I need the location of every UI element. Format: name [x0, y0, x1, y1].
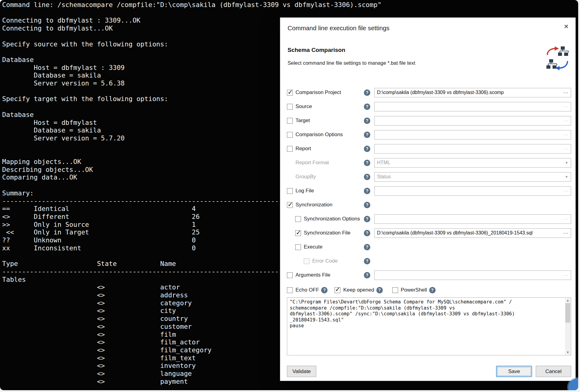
comparison-options-field: ... [374, 130, 571, 140]
echo-off-label: Echo OFF [295, 287, 319, 293]
scrollbar[interactable]: ▲ ▼ [565, 298, 571, 355]
settings-form: Comparison Project ? D:\comp\sakila (dbf… [287, 85, 571, 282]
browse-button[interactable]: ... [561, 187, 571, 194]
dialog-footer: Validate Save Cancel [287, 366, 571, 377]
help-icon[interactable]: ? [364, 103, 370, 110]
row-groupby: GroupBy ? Status ▼ [287, 170, 571, 184]
help-icon[interactable]: ? [364, 132, 370, 138]
synchronization-options-field: ... [374, 214, 571, 224]
command-line-settings-dialog: Command line execution file settings ✕ S… [280, 17, 576, 381]
synchronization-file-input[interactable]: D:\comp\sakila (dbfmylast-3309 vs dbfmyl… [375, 230, 561, 236]
help-icon[interactable]: ? [364, 89, 370, 96]
error-code-checkbox [304, 258, 310, 264]
source-field: ... [374, 102, 571, 111]
source-checkbox[interactable] [287, 104, 293, 110]
close-icon[interactable]: ✕ [561, 21, 572, 32]
groupby-dropdown[interactable]: Status ▼ [374, 172, 571, 182]
help-icon[interactable]: ? [321, 287, 328, 293]
synchronization-options-label: Synchronization Options [304, 216, 360, 222]
execute-label: Execute [304, 244, 322, 250]
comparison-project-field: D:\comp\sakila (dbfmylast-3309 vs dbfmyl… [374, 88, 571, 97]
browse-button[interactable]: ... [561, 145, 571, 152]
row-target: Target ? ... [287, 114, 571, 128]
validate-button[interactable]: Validate [287, 366, 316, 377]
browse-button[interactable]: ... [561, 271, 571, 279]
report-format-label: Report Format [295, 160, 329, 166]
synchronization-file-field: D:\comp\sakila (dbfmylast-3309 vs dbfmyl… [374, 228, 571, 238]
browse-button[interactable]: ... [561, 89, 571, 96]
target-checkbox[interactable] [287, 118, 293, 124]
scrollbar-thumb[interactable] [565, 303, 570, 323]
bat-file-text[interactable]: "C:\Program Files\Devart\dbForge Schema … [290, 299, 562, 329]
scroll-up-icon[interactable]: ▲ [565, 298, 571, 303]
groupby-label: GroupBy [295, 174, 316, 180]
report-format-value: HTML [375, 160, 562, 165]
log-file-checkbox[interactable] [287, 188, 293, 194]
row-synchronization-file: Synchronization File ? D:\comp\sakila (d… [295, 226, 571, 240]
row-comparison-options: Comparison Options ? ... [287, 128, 571, 142]
synchronization-file-checkbox[interactable] [295, 230, 301, 236]
dialog-title: Command line execution file settings [288, 24, 390, 32]
row-synchronization: Synchronization ? [287, 198, 571, 212]
cancel-button[interactable]: Cancel [536, 366, 571, 377]
help-icon[interactable]: ? [429, 287, 436, 293]
browse-button[interactable]: ... [561, 215, 571, 223]
help-icon[interactable]: ? [364, 244, 370, 250]
browse-button[interactable]: ... [561, 131, 571, 138]
help-icon[interactable]: ? [364, 258, 370, 264]
comparison-project-input[interactable]: D:\comp\sakila (dbfmylast-3309 vs dbfmyl… [375, 90, 561, 95]
target-label: Target [295, 118, 310, 124]
comparison-options-checkbox[interactable] [287, 132, 293, 138]
help-icon[interactable]: ? [364, 146, 370, 152]
synchronization-file-label: Synchronization File [304, 230, 350, 236]
chevron-down-icon: ▼ [562, 175, 571, 179]
chevron-down-icon: ▼ [562, 161, 571, 165]
row-report: Report ? ... [287, 142, 571, 156]
help-icon[interactable]: ? [364, 174, 370, 180]
help-icon[interactable]: ? [364, 188, 370, 194]
comparison-options-label: Comparison Options [295, 132, 343, 138]
help-icon[interactable]: ? [364, 230, 370, 236]
execute-checkbox[interactable] [295, 244, 301, 250]
save-button[interactable]: Save [496, 366, 532, 377]
help-icon[interactable]: ? [364, 272, 370, 278]
schema-comparison-icon [546, 46, 569, 71]
comparison-project-checkbox[interactable] [287, 90, 293, 96]
arguments-file-checkbox[interactable] [287, 272, 293, 278]
help-icon[interactable]: ? [376, 287, 383, 293]
help-icon[interactable]: ? [364, 118, 370, 124]
synchronization-checkbox[interactable] [287, 202, 293, 208]
comparison-project-label: Comparison Project [295, 89, 341, 96]
help-icon[interactable]: ? [364, 202, 370, 208]
report-checkbox[interactable] [287, 146, 293, 152]
groupby-value: Status [375, 174, 562, 180]
source-label: Source [295, 103, 312, 110]
row-report-format: Report Format ? HTML ▼ [287, 156, 571, 170]
keep-opened-label: Keep opened [343, 287, 374, 293]
row-execute: Execute ? [295, 240, 571, 254]
echo-off-checkbox[interactable] [287, 287, 293, 293]
arguments-file-label: Arguments File [295, 272, 330, 278]
schema-comparison-heading: Schema Comparison [288, 47, 415, 53]
row-synchronization-options: Synchronization Options ? ... [295, 212, 571, 226]
browse-button[interactable]: ... [561, 229, 571, 237]
scroll-down-icon[interactable]: ▼ [565, 350, 571, 355]
powershell-label: PowerShell [401, 287, 427, 293]
powershell-checkbox[interactable] [392, 287, 398, 293]
browse-button[interactable]: ... [561, 103, 571, 110]
report-field: ... [374, 144, 571, 154]
dialog-header: Schema Comparison Select command line fi… [288, 47, 415, 66]
row-log-file: Log File ? ... [287, 184, 571, 198]
browse-button[interactable]: ... [561, 117, 571, 124]
synchronization-label: Synchronization [295, 202, 332, 208]
row-error-code: Error Code ? [304, 254, 571, 268]
help-icon[interactable]: ? [364, 216, 370, 222]
report-format-dropdown[interactable]: HTML ▼ [374, 158, 571, 168]
report-label: Report [295, 146, 311, 152]
target-field: ... [374, 116, 571, 125]
keep-opened-checkbox[interactable] [335, 287, 340, 293]
synchronization-options-checkbox[interactable] [295, 216, 301, 222]
help-icon[interactable]: ? [364, 160, 370, 166]
dialog-subtitle: Select command line file settings to man… [288, 60, 415, 66]
arguments-file-field: ... [374, 270, 571, 280]
